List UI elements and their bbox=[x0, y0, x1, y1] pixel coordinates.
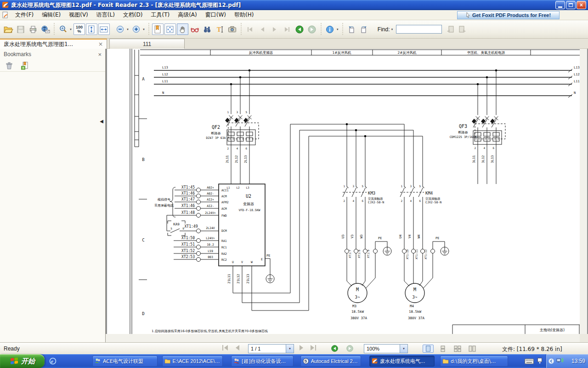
taskbar-item-foxit-active[interactable]: 废水处理系统电气... bbox=[369, 356, 435, 367]
taskbar-item-ace-forum[interactable]: ACE电气设计联盟 bbox=[92, 356, 158, 367]
svg-text:S: S bbox=[305, 359, 307, 363]
zoom-tool-caret[interactable]: ▼ bbox=[69, 28, 72, 31]
continuous-layout-button[interactable] bbox=[437, 345, 448, 353]
open-button[interactable] bbox=[2, 23, 14, 35]
prev-page-status-button[interactable] bbox=[236, 345, 239, 351]
last-page-button[interactable] bbox=[281, 23, 294, 35]
zoom-combo-dropdown[interactable]: ▼ bbox=[400, 345, 407, 353]
menu-file[interactable]: 文件(F) bbox=[11, 10, 38, 20]
single-page-layout-button[interactable] bbox=[423, 345, 434, 353]
km3-term: 1 bbox=[343, 184, 345, 188]
facing-layout-button[interactable] bbox=[452, 345, 463, 353]
tab-document[interactable]: 废水处理系统电气原理图1... × bbox=[0, 39, 107, 49]
menu-window[interactable]: 窗口(W) bbox=[201, 10, 230, 20]
print-button[interactable] bbox=[27, 23, 39, 35]
zoom-in-button[interactable] bbox=[130, 23, 142, 35]
hand-tool-button[interactable] bbox=[177, 23, 188, 35]
tab-second[interactable]: 111 bbox=[109, 39, 185, 49]
menu-tools[interactable]: 工具(T) bbox=[147, 10, 174, 20]
save-button[interactable] bbox=[14, 23, 27, 35]
sidebar-collapse-handle[interactable]: ◀ bbox=[98, 115, 105, 127]
zone-a: A bbox=[142, 77, 145, 81]
qf3-spec: CDM1225 3P/160A bbox=[450, 135, 477, 139]
power-buses bbox=[154, 69, 572, 98]
info-icon bbox=[325, 25, 334, 34]
next-page-status-button[interactable] bbox=[300, 345, 303, 351]
km4-xt: XT1:11 bbox=[415, 249, 418, 259]
menu-view[interactable]: 视图(V) bbox=[65, 10, 92, 20]
taskbar-item-explorer-ace[interactable]: E:\ACE 2012\ACE\A... bbox=[162, 356, 223, 367]
panel-close-icon[interactable]: × bbox=[98, 51, 102, 58]
first-page-button[interactable] bbox=[244, 23, 256, 35]
zoom-100-button[interactable]: 100% bbox=[74, 23, 85, 35]
close-button[interactable]: × bbox=[577, 1, 586, 9]
magnifier-icon bbox=[59, 25, 68, 34]
zoom-tool-button[interactable] bbox=[57, 23, 69, 35]
minimize-button[interactable] bbox=[555, 1, 565, 9]
back-status-button[interactable] bbox=[331, 345, 339, 352]
taskbar-item-automation-chat[interactable]: [超]自动化设备设... bbox=[231, 356, 294, 367]
language-indicator[interactable]: ▼ bbox=[537, 358, 542, 364]
find-prev-button[interactable] bbox=[444, 23, 456, 35]
m3-rating: 380V 37A bbox=[351, 316, 368, 320]
menu-language[interactable]: 语言(L) bbox=[92, 10, 119, 20]
page-combo-dropdown[interactable]: ▼ bbox=[286, 345, 294, 353]
find-caret[interactable]: ▼ bbox=[391, 28, 394, 31]
menu-advanced[interactable]: 高级(A) bbox=[174, 10, 201, 20]
find-next-button[interactable] bbox=[456, 23, 469, 35]
tab-close-icon[interactable]: × bbox=[98, 41, 103, 47]
forward-status-button[interactable] bbox=[346, 345, 354, 352]
export-bookmark-icon[interactable] bbox=[20, 61, 29, 70]
zoom-out-button[interactable] bbox=[114, 23, 126, 35]
fit-visible-button[interactable] bbox=[164, 23, 176, 35]
km3-spec: CJX2-50-N bbox=[368, 201, 384, 204]
pdf-page[interactable]: 反冲风机变频器 1#反冲风机 2#反冲风机 空压机、臭氧主机柜电源 A B C … bbox=[106, 49, 580, 334]
fit-page-button[interactable] bbox=[86, 23, 97, 35]
back-button[interactable] bbox=[294, 23, 306, 35]
menu-edit[interactable]: 编辑(E) bbox=[38, 10, 65, 20]
first-page-status-button[interactable] bbox=[222, 345, 228, 351]
taskbar-item-autocad[interactable]: S Autocad Elctrical 20... bbox=[300, 356, 361, 367]
text-select-button[interactable]: T bbox=[214, 23, 226, 35]
qf2-breaker bbox=[225, 69, 259, 184]
rotate-ccw-button[interactable] bbox=[345, 23, 358, 35]
horizontal-scrollbar[interactable] bbox=[106, 334, 580, 342]
qf2-spec: DZ47 3P 63A bbox=[206, 136, 226, 140]
forward-button[interactable] bbox=[306, 23, 318, 35]
zoom-out-caret[interactable]: ▼ bbox=[126, 28, 129, 31]
u2-v: V bbox=[241, 260, 243, 264]
zoom-in-caret[interactable]: ▼ bbox=[142, 28, 145, 31]
last-page-status-button[interactable] bbox=[311, 345, 316, 351]
prev-page-button[interactable] bbox=[256, 23, 269, 35]
delete-bookmark-icon[interactable] bbox=[5, 61, 14, 70]
fit-width-button[interactable] bbox=[98, 23, 110, 35]
restore-button[interactable] bbox=[566, 1, 576, 9]
snapshot-button[interactable] bbox=[226, 23, 238, 35]
reader-mode-button[interactable] bbox=[189, 23, 201, 35]
email-button[interactable] bbox=[39, 23, 51, 35]
bookmark-toggle-button[interactable] bbox=[152, 23, 164, 35]
zoom-combo[interactable]: 100% ▼ bbox=[364, 344, 408, 353]
qf3-kind: 断路器 bbox=[458, 131, 468, 134]
hide-icons-chevron[interactable] bbox=[548, 358, 554, 364]
foxit-promo-banner[interactable]: Get Foxit PDF Products for Free! bbox=[457, 11, 560, 19]
page-number-combo[interactable]: 1 / 1 ▼ bbox=[248, 344, 294, 353]
continuous-facing-layout-button[interactable] bbox=[467, 345, 478, 353]
desktop: 废水处理系统电气原理图12.pdf - Foxit Reader 2.3 - [… bbox=[0, 0, 588, 368]
wire-label: AI2+ bbox=[207, 198, 214, 201]
info-button[interactable] bbox=[324, 23, 336, 35]
find-input[interactable] bbox=[396, 25, 442, 34]
header-cell-2: 1#反冲风机 bbox=[332, 51, 351, 55]
menu-document[interactable]: 文档(D) bbox=[119, 10, 147, 20]
taskbar-item-explorer-docs[interactable]: d:\我的文档\桌面\... bbox=[440, 356, 508, 367]
info-caret[interactable]: ▼ bbox=[336, 28, 339, 31]
start-button[interactable]: 开始 bbox=[0, 354, 45, 368]
quick-launch-ie[interactable]: e bbox=[48, 356, 58, 366]
network-status-icon[interactable] bbox=[556, 358, 564, 364]
menu-help[interactable]: 帮助(H) bbox=[230, 10, 258, 20]
rotate-cw-button[interactable] bbox=[358, 23, 370, 35]
keyboard-icon[interactable] bbox=[525, 358, 534, 364]
search-button[interactable] bbox=[201, 23, 214, 35]
vertical-scrollbar[interactable] bbox=[580, 49, 587, 334]
next-page-button[interactable] bbox=[269, 23, 281, 35]
